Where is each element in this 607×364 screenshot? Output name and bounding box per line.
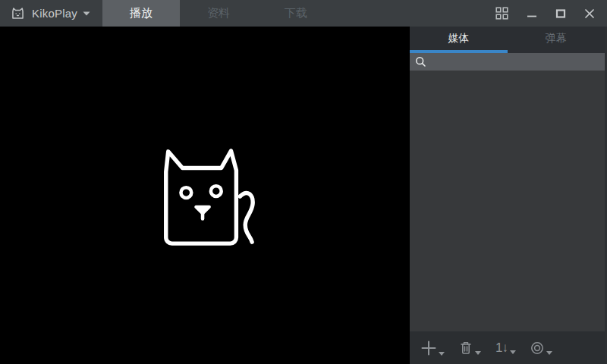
kikoplay-logo-icon (10, 5, 26, 21)
main-tab-bar: 播放 资料 下载 (102, 0, 335, 27)
sidebar-tab-media[interactable]: 媒体 (410, 27, 508, 53)
tab-play[interactable]: 播放 (102, 0, 180, 27)
loop-icon (530, 341, 544, 355)
dropdown-caret-icon (439, 352, 445, 356)
tab-info[interactable]: 资料 (180, 0, 257, 27)
playlist-toolbar: 1↓ (410, 331, 605, 364)
app-window: KikoPlay 播放 资料 下载 (0, 0, 607, 364)
sort-button[interactable]: 1↓ (495, 341, 516, 354)
dropdown-caret-icon (546, 351, 552, 355)
sidebar-tab-danmu[interactable]: 弹幕 (508, 27, 605, 53)
sidebar: 媒体 弹幕 (410, 27, 607, 364)
app-style-grid-icon (495, 7, 508, 20)
add-icon (421, 340, 436, 356)
sort-icon: 1↓ (495, 341, 508, 354)
maximize-button[interactable] (549, 5, 572, 22)
search-icon (415, 56, 426, 67)
main-area: 媒体 弹幕 (0, 27, 607, 364)
app-style-button[interactable] (489, 4, 514, 23)
minimize-icon (527, 8, 537, 19)
app-title: KikoPlay (32, 7, 77, 20)
trash-icon (459, 340, 473, 355)
minimize-button[interactable] (521, 5, 543, 22)
tab-download[interactable]: 下载 (257, 0, 335, 27)
search-bar (410, 53, 605, 71)
app-menu[interactable]: KikoPlay (0, 0, 90, 27)
search-input[interactable] (429, 56, 601, 67)
titlebar: KikoPlay 播放 资料 下载 (0, 0, 607, 27)
add-button[interactable] (421, 340, 445, 356)
app-menu-caret-icon (83, 11, 90, 16)
close-icon (584, 8, 595, 19)
sidebar-tab-bar: 媒体 弹幕 (410, 27, 605, 53)
dropdown-caret-icon (475, 351, 481, 355)
media-list[interactable] (410, 71, 605, 331)
loop-mode-button[interactable] (530, 341, 552, 355)
player-area[interactable] (0, 27, 410, 364)
window-controls (489, 0, 607, 27)
maximize-icon (555, 8, 566, 19)
dropdown-caret-icon (510, 350, 516, 354)
kikoplay-cat-logo (153, 143, 257, 248)
close-button[interactable] (578, 5, 601, 22)
delete-button[interactable] (459, 340, 481, 355)
